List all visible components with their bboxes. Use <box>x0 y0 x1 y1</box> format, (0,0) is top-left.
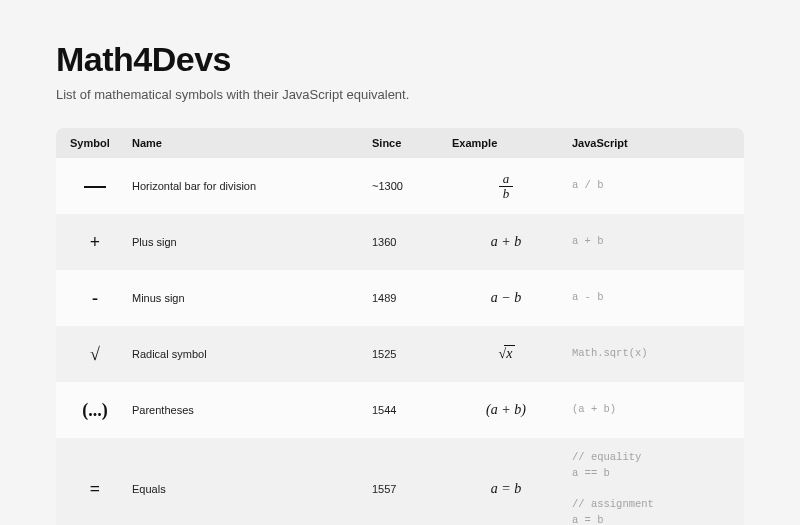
js-cell: // equality a == b // assignment a = b <box>566 446 736 525</box>
hbar-icon <box>84 186 106 188</box>
table-row: -Minus sign1489a − ba - b <box>56 270 744 326</box>
col-example: Example <box>446 137 566 149</box>
since-cell: ~1300 <box>366 176 446 196</box>
col-js: JavaScript <box>566 137 736 149</box>
table-row: Horizontal bar for division~1300aba / b <box>56 158 744 214</box>
example-cell: a + b <box>446 230 566 254</box>
since-cell: 1489 <box>366 288 446 308</box>
symbol-cell: = <box>64 475 126 504</box>
js-cell: Math.sqrt(x) <box>566 342 736 366</box>
table-header-row: Symbol Name Since Example JavaScript <box>56 128 744 158</box>
col-since: Since <box>366 137 446 149</box>
js-cell: a - b <box>566 286 736 310</box>
symbol-table: Symbol Name Since Example JavaScript Hor… <box>56 128 744 525</box>
since-cell: 1557 <box>366 479 446 499</box>
name-cell: Equals <box>126 479 366 499</box>
symbol-cell: (...) <box>64 396 126 425</box>
name-cell: Parentheses <box>126 400 366 420</box>
table-row: +Plus sign1360a + ba + b <box>56 214 744 270</box>
radical-icon: √x <box>497 346 516 361</box>
name-cell: Radical symbol <box>126 344 366 364</box>
example-cell: a − b <box>446 286 566 310</box>
page-subtitle: List of mathematical symbols with their … <box>56 87 744 102</box>
symbol-cell: - <box>64 284 126 313</box>
col-symbol: Symbol <box>64 137 126 149</box>
example-cell: ab <box>446 167 566 206</box>
table-row: =Equals1557a = b// equality a == b // as… <box>56 438 744 525</box>
name-cell: Horizontal bar for division <box>126 176 366 196</box>
since-cell: 1544 <box>366 400 446 420</box>
since-cell: 1525 <box>366 344 446 364</box>
symbol-cell: + <box>64 228 126 257</box>
table-row: √Radical symbol1525√xMath.sqrt(x) <box>56 326 744 382</box>
example-cell: √x <box>446 342 566 366</box>
example-cell: a = b <box>446 477 566 501</box>
example-cell: (a + b) <box>446 398 566 422</box>
symbol-cell: √ <box>64 340 126 369</box>
symbol-cell <box>64 172 126 201</box>
js-cell: (a + b) <box>566 398 736 422</box>
js-cell: a + b <box>566 230 736 254</box>
name-cell: Plus sign <box>126 232 366 252</box>
name-cell: Minus sign <box>126 288 366 308</box>
table-row: (...)Parentheses1544(a + b)(a + b) <box>56 382 744 438</box>
js-cell: a / b <box>566 174 736 198</box>
since-cell: 1360 <box>366 232 446 252</box>
col-name: Name <box>126 137 366 149</box>
page-title: Math4Devs <box>56 40 744 79</box>
